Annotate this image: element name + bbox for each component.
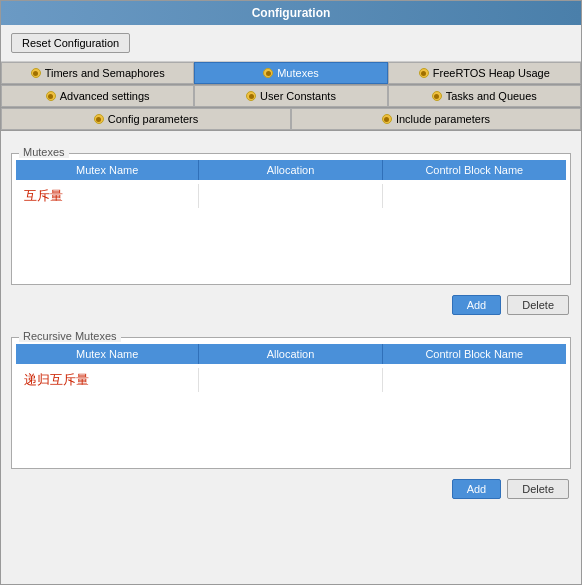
mutexes-col-allocation: Allocation — [199, 160, 382, 180]
mutexes-section-box: Mutex Name Allocation Control Block Name… — [11, 153, 571, 285]
tab-label-advanced: Advanced settings — [60, 90, 150, 102]
recursive-mutexes-delete-button[interactable]: Delete — [507, 479, 569, 499]
recursive-mutex-allocation-cell — [199, 368, 382, 392]
title-bar: Configuration — [1, 1, 581, 25]
reset-config-button[interactable]: Reset Configuration — [11, 33, 130, 53]
tab-dot-include-params — [382, 114, 392, 124]
mutexes-btn-row: Add Delete — [11, 291, 571, 317]
toolbar: Reset Configuration — [1, 25, 581, 62]
recursive-mutex-control-block-cell — [383, 368, 566, 392]
mutexes-section: Mutexes Mutex Name Allocation Control Bl… — [11, 139, 571, 285]
recursive-mutexes-table-body: 递归互斥量 — [16, 364, 566, 464]
tab-dot-freertos — [419, 68, 429, 78]
tab-row-1: Timers and Semaphores Mutexes FreeRTOS H… — [1, 62, 581, 85]
recursive-mutexes-section: Recursive Mutexes Mutex Name Allocation … — [11, 323, 571, 469]
tab-dot-timers — [31, 68, 41, 78]
tab-label-tasks: Tasks and Queues — [446, 90, 537, 102]
tab-dot-mutexes — [263, 68, 273, 78]
mutex-control-block-cell — [383, 184, 566, 208]
mutexes-col-name: Mutex Name — [16, 160, 199, 180]
tab-config-params[interactable]: Config parameters — [1, 108, 291, 130]
tab-mutexes[interactable]: Mutexes — [194, 62, 387, 84]
recursive-mutex-name-value: 递归互斥量 — [24, 372, 89, 387]
tab-dot-config-params — [94, 114, 104, 124]
mutex-name-value: 互斥量 — [24, 188, 63, 203]
mutexes-add-button[interactable]: Add — [452, 295, 502, 315]
tab-row-3: Config parameters Include parameters — [1, 108, 581, 131]
main-content: Mutexes Mutex Name Allocation Control Bl… — [1, 131, 581, 584]
tab-label-user-constants: User Constants — [260, 90, 336, 102]
tab-user-constants[interactable]: User Constants — [194, 85, 387, 107]
mutex-allocation-cell — [199, 184, 382, 208]
tabs-container: Timers and Semaphores Mutexes FreeRTOS H… — [1, 62, 581, 131]
tab-label-include-params: Include parameters — [396, 113, 490, 125]
mutexes-section-title: Mutexes — [19, 146, 69, 158]
tab-label-config-params: Config parameters — [108, 113, 199, 125]
recursive-mutexes-section-box: Mutex Name Allocation Control Block Name… — [11, 337, 571, 469]
recursive-mutex-name-cell: 递归互斥量 — [16, 368, 199, 392]
tab-include-params[interactable]: Include parameters — [291, 108, 581, 130]
tab-advanced[interactable]: Advanced settings — [1, 85, 194, 107]
mutexes-delete-button[interactable]: Delete — [507, 295, 569, 315]
tab-dot-user-constants — [246, 91, 256, 101]
tab-tasks[interactable]: Tasks and Queues — [388, 85, 581, 107]
recursive-mutexes-btn-row: Add Delete — [11, 475, 571, 501]
mutexes-table-body: 互斥量 — [16, 180, 566, 280]
recursive-mutexes-col-allocation: Allocation — [199, 344, 382, 364]
tab-dot-tasks — [432, 91, 442, 101]
tab-timers[interactable]: Timers and Semaphores — [1, 62, 194, 84]
recursive-mutexes-table-header: Mutex Name Allocation Control Block Name — [16, 344, 566, 364]
tab-label-timers: Timers and Semaphores — [45, 67, 165, 79]
recursive-mutexes-add-button[interactable]: Add — [452, 479, 502, 499]
main-window: Configuration Reset Configuration Timers… — [0, 0, 582, 585]
tab-row-2: Advanced settings User Constants Tasks a… — [1, 85, 581, 108]
tab-label-mutexes: Mutexes — [277, 67, 319, 79]
recursive-mutexes-col-name: Mutex Name — [16, 344, 199, 364]
recursive-mutexes-col-control-block: Control Block Name — [383, 344, 566, 364]
tab-label-freertos: FreeRTOS Heap Usage — [433, 67, 550, 79]
tab-dot-advanced — [46, 91, 56, 101]
recursive-mutexes-section-title: Recursive Mutexes — [19, 330, 121, 342]
table-row[interactable]: 互斥量 — [16, 184, 566, 208]
table-row[interactable]: 递归互斥量 — [16, 368, 566, 392]
mutexes-col-control-block: Control Block Name — [383, 160, 566, 180]
mutexes-table-header: Mutex Name Allocation Control Block Name — [16, 160, 566, 180]
window-title: Configuration — [252, 6, 331, 20]
tab-freertos[interactable]: FreeRTOS Heap Usage — [388, 62, 581, 84]
mutex-name-cell: 互斥量 — [16, 184, 199, 208]
